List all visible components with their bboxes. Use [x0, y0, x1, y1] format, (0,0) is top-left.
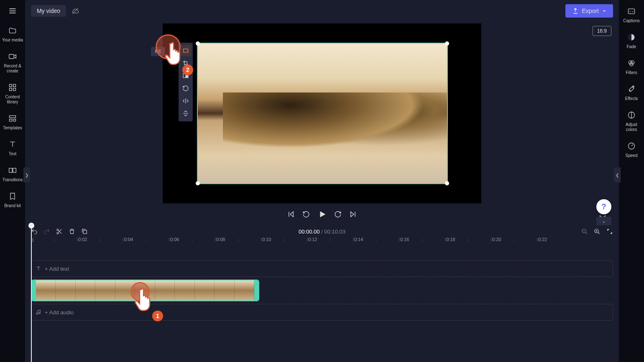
playhead[interactable]	[31, 225, 32, 362]
selected-clip-frame[interactable]	[197, 43, 448, 184]
media-icon	[8, 26, 17, 35]
nav-text[interactable]: Text	[0, 136, 25, 162]
ruler-minor-tick	[422, 239, 422, 241]
nav-label: Speed	[626, 153, 638, 158]
ruler-minor-tick	[100, 239, 100, 241]
nav-brand-kit[interactable]: Brand kit	[0, 187, 25, 213]
nav-transitions[interactable]: Transitions	[0, 162, 25, 187]
nav-label: Record & create	[2, 64, 23, 74]
project-title[interactable]: My video	[31, 5, 66, 17]
timeline-ruler[interactable]: 0 0:020:040:060:080:100:120:140:160:180:…	[31, 238, 613, 248]
add-text-track[interactable]: + Add text	[31, 260, 613, 277]
svg-rect-21	[184, 49, 188, 52]
nav-label: Your media	[2, 38, 23, 43]
nav-label: Transitions	[3, 177, 23, 182]
nav-label: Captions	[623, 18, 639, 23]
skip-back-button[interactable]	[287, 211, 295, 218]
ruler-minor-tick	[238, 239, 238, 241]
resize-handle-top-left[interactable]	[196, 41, 200, 46]
video-clip[interactable]	[31, 280, 259, 301]
duration-time: 00:10.03	[324, 228, 345, 235]
pip-button[interactable]	[180, 70, 191, 81]
nav-fade[interactable]: Fade	[619, 28, 644, 54]
video-track[interactable]	[31, 280, 613, 301]
step-forward-button[interactable]	[334, 211, 342, 218]
cloud-sync-icon[interactable]	[71, 7, 79, 15]
ruler-minor-tick	[514, 239, 514, 241]
svg-rect-26	[83, 230, 87, 234]
timeline-timecode: 00:00.00 / 00:10.03	[299, 228, 345, 235]
fit-tooltip: Fit	[151, 47, 165, 56]
nav-label: Brand kit	[4, 203, 20, 208]
add-audio-label: + Add audio	[45, 309, 74, 316]
nav-adjust-colors[interactable]: Adjust colors	[619, 106, 644, 137]
svg-rect-23	[186, 75, 188, 77]
flip-horizontal-button[interactable]	[180, 95, 191, 106]
nav-label: Templates	[3, 126, 22, 131]
text-icon	[8, 140, 17, 149]
nav-label: Adjust colors	[621, 122, 642, 132]
zoom-out-button[interactable]	[581, 228, 588, 235]
resize-handle-top-right[interactable]	[445, 41, 449, 46]
resize-handle-bottom-right[interactable]	[445, 181, 449, 185]
ruler-tick: 0:10	[261, 238, 261, 241]
nav-your-media[interactable]: Your media	[0, 22, 25, 48]
svg-rect-7	[13, 88, 16, 91]
duplicate-button[interactable]	[81, 228, 88, 235]
split-button[interactable]	[56, 228, 63, 235]
fade-icon	[627, 33, 636, 42]
play-button[interactable]	[317, 210, 327, 219]
nav-captions[interactable]: Captions	[619, 3, 644, 28]
step-back-button[interactable]	[302, 211, 310, 218]
preview-stage[interactable]: Fit	[163, 23, 481, 203]
ruler-tick: 0:14	[353, 238, 353, 241]
crop-button[interactable]	[180, 58, 191, 69]
ruler-tick: 0:16	[399, 238, 399, 241]
svg-rect-3	[9, 54, 14, 59]
export-label: Export	[582, 8, 599, 14]
nav-templates[interactable]: Templates	[0, 110, 25, 136]
fit-timeline-button[interactable]	[606, 228, 613, 235]
rotate-button[interactable]	[180, 83, 191, 94]
filters-icon	[627, 59, 636, 68]
brand-icon	[8, 192, 17, 201]
library-icon	[8, 83, 17, 92]
flip-vertical-button[interactable]	[180, 108, 191, 119]
nav-speed[interactable]: Speed	[619, 137, 644, 163]
help-expand-button[interactable]: ⌄	[596, 217, 611, 225]
redo-button[interactable]	[43, 228, 50, 235]
clip-preview-image	[198, 44, 447, 183]
nav-content-library[interactable]: Content library	[0, 79, 25, 110]
chevron-down-icon	[602, 9, 606, 13]
text-icon	[36, 266, 41, 272]
export-button[interactable]: Export	[565, 4, 613, 18]
nav-record-create[interactable]: Record & create	[0, 48, 25, 79]
left-sidebar: Your media Record & create Content libra…	[0, 0, 25, 362]
skip-forward-button[interactable]	[349, 211, 357, 218]
current-time: 00:00.00	[299, 228, 320, 235]
delete-button[interactable]	[69, 228, 75, 235]
svg-rect-10	[14, 119, 16, 121]
hamburger-icon	[8, 7, 17, 15]
ruler-tick: 0:08	[215, 238, 215, 241]
resize-handle-bottom-left[interactable]	[196, 181, 200, 185]
fit-button[interactable]	[180, 45, 191, 56]
right-sidebar: Captions Fade Filters Effects Adjust col…	[619, 0, 644, 362]
zoom-in-button[interactable]	[594, 228, 601, 235]
svg-rect-4	[10, 85, 12, 87]
nav-effects[interactable]: Effects	[619, 80, 644, 106]
svg-rect-9	[10, 119, 13, 121]
ruler-tick: 0:02	[77, 238, 77, 241]
undo-button[interactable]	[31, 228, 38, 235]
nav-label: Content library	[2, 95, 23, 105]
ruler-minor-tick	[468, 239, 468, 241]
hamburger-menu[interactable]	[0, 0, 25, 22]
nav-filters[interactable]: Filters	[619, 54, 644, 80]
timeline-zoom	[581, 228, 613, 235]
svg-rect-8	[10, 116, 16, 118]
adjust-icon	[627, 110, 636, 120]
help-button[interactable]: ?	[596, 199, 611, 214]
upload-icon	[572, 8, 579, 14]
add-audio-track[interactable]: + Add audio	[31, 304, 613, 321]
effects-icon	[627, 85, 636, 94]
